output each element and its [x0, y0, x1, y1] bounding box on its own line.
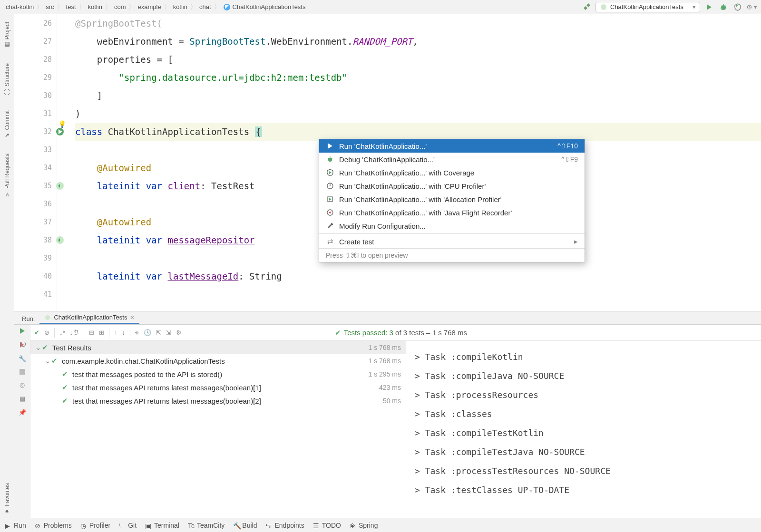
toggle-auto-button[interactable]: 🔧 — [19, 355, 26, 362]
code-line-current: class ChatKotlinApplicationTests { — [75, 123, 761, 141]
navigate-button[interactable]: ⎆ — [135, 329, 139, 336]
profiler-button[interactable] — [747, 2, 757, 12]
stop-button[interactable] — [20, 369, 25, 375]
close-icon[interactable]: ✕ — [130, 314, 135, 321]
import-button[interactable]: ⇱ — [156, 329, 161, 336]
ctx-jfr[interactable]: Run 'ChatKotlinApplicatio...' with 'Java… — [319, 206, 585, 219]
tool-todo[interactable]: ☰TODO — [313, 522, 341, 529]
tool-run[interactable]: ▶Run — [5, 522, 26, 529]
chevron-right-icon: 〉 — [36, 3, 44, 11]
tool-profiler[interactable]: ◷Profiler — [80, 522, 110, 529]
prev-button[interactable]: ↑ — [114, 329, 117, 336]
debug-button[interactable] — [718, 2, 729, 12]
export-button[interactable]: ⇲ — [166, 329, 171, 336]
ctx-hint: Press ⇧⌘I to open preview — [319, 248, 585, 262]
check-icon: ✔ — [335, 329, 341, 337]
chevron-right-icon: 〉 — [78, 3, 86, 11]
tree-time: 423 ms — [379, 384, 401, 391]
play-icon: ▶ — [5, 522, 11, 529]
run-configuration-selector[interactable]: ChatKotlinApplicationTests ▾ — [595, 2, 700, 12]
tool-build[interactable]: 🔨Build — [233, 522, 257, 529]
chevron-right-icon: 〉 — [56, 3, 64, 11]
tool-endpoints[interactable]: ⇆Endpoints — [265, 522, 304, 529]
code-line: lateinit var lastMessageId: String — [75, 267, 761, 285]
tool-project[interactable]: ▦Project — [4, 19, 10, 51]
breadcrumb-item[interactable]: chat-kotlin — [4, 3, 36, 10]
todo-icon: ☰ — [313, 522, 320, 529]
console-line: > Task :compileTestKotlin — [415, 424, 752, 443]
ctx-coverage[interactable]: Run 'ChatKotlinApplicatio...' with Cover… — [319, 166, 585, 179]
code-line: properties = [ — [75, 50, 761, 68]
layout-button[interactable]: ▤ — [20, 395, 25, 402]
tool-teamcity[interactable]: TcTeamCity — [188, 522, 224, 529]
ctx-label: Modify Run Configuration... — [339, 222, 426, 230]
test-tree[interactable]: ⌄ ✔ Test Results 1 s 768 ms ⌄ ✔ com.exam… — [30, 341, 406, 518]
tool-git[interactable]: ⑂Git — [119, 522, 137, 529]
ctx-modify-config[interactable]: Modify Run Configuration... — [319, 219, 585, 232]
breadcrumb-item[interactable]: chat — [197, 3, 213, 10]
ctx-debug[interactable]: Debug 'ChatKotlinApplicatio...' ^⇧F9 — [319, 153, 585, 166]
warning-icon: ⊘ — [35, 522, 41, 529]
jfr-icon — [326, 208, 334, 217]
rerun-failed-button[interactable] — [19, 341, 26, 348]
run-button[interactable] — [704, 2, 714, 12]
tool-structure[interactable]: ⛶Structure — [4, 60, 10, 98]
tree-test[interactable]: ✔ test that messages posted to the API i… — [30, 368, 406, 381]
show-ignored-button[interactable]: ⊘ — [44, 329, 49, 336]
tool-spring[interactable]: ❀Spring — [350, 522, 378, 529]
project-icon: ▦ — [4, 41, 10, 48]
breadcrumb-item[interactable]: src — [44, 3, 56, 10]
settings-button[interactable]: ⚙ — [176, 329, 182, 336]
gutter-related-icon[interactable] — [56, 182, 64, 190]
chevron-down-icon[interactable]: ⌄ — [45, 357, 51, 365]
history-button[interactable]: 🕓 — [144, 329, 151, 336]
breadcrumb-item[interactable]: test — [64, 3, 78, 10]
breadcrumb-item[interactable]: com — [112, 3, 128, 10]
breadcrumb-item[interactable]: kotlin — [171, 3, 189, 10]
tree-time: 1 s 768 ms — [369, 344, 401, 351]
meter-icon — [326, 182, 334, 190]
show-passed-button[interactable]: ✔ — [34, 329, 39, 336]
tree-label: test that messages posted to the API is … — [72, 370, 222, 378]
ctx-run[interactable]: Run 'ChatKotlinApplicatio...' ^⇧F10 — [319, 139, 585, 153]
chevron-down-icon[interactable]: ⌄ — [35, 343, 42, 352]
run-gutter-icon[interactable] — [56, 127, 64, 136]
tree-root[interactable]: ⌄ ✔ Test Results 1 s 768 ms — [30, 341, 406, 354]
test-status: ✔ Tests passed: 3 of 3 tests – 1 s 768 m… — [335, 329, 467, 337]
build-button[interactable] — [581, 2, 592, 12]
tree-test[interactable]: ✔ test that messages API returns latest … — [30, 381, 406, 394]
ctx-label: Run 'ChatKotlinApplicatio...' with 'Allo… — [339, 195, 502, 203]
coverage-button[interactable] — [732, 2, 743, 12]
ctx-alloc-profiler[interactable]: Run 'ChatKotlinApplicatio...' with 'Allo… — [319, 193, 585, 206]
code-line: @SpringBootTest( — [75, 14, 761, 32]
console-output[interactable]: > Task :compileKotlin > Task :compileJav… — [406, 341, 761, 518]
bottom-tool-bar: ▶Run ⊘Problems ◷Profiler ⑂Git ▣Terminal … — [0, 518, 761, 532]
tree-test[interactable]: ✔ test that messages API returns latest … — [30, 394, 406, 407]
ctx-cpu-profiler[interactable]: Run 'ChatKotlinApplicatio...' with 'CPU … — [319, 179, 585, 193]
ctx-create-test[interactable]: ⇄ Create test ▸ — [319, 235, 585, 248]
sort-duration-button[interactable]: ↓⏱ — [70, 329, 79, 336]
tool-problems[interactable]: ⊘Problems — [35, 522, 72, 529]
breadcrumb-item[interactable]: example — [136, 3, 163, 10]
tool-pull-requests[interactable]: ⑂Pull Requests — [4, 151, 10, 200]
next-button[interactable]: ↓ — [122, 329, 126, 336]
show-button[interactable]: ◎ — [20, 381, 25, 388]
rerun-button[interactable] — [19, 328, 26, 334]
tree-class[interactable]: ⌄ ✔ com.example.kotlin.chat.ChatKotlinAp… — [30, 354, 406, 368]
tool-favorites[interactable]: ★Favorites — [4, 480, 10, 518]
breadcrumb-item[interactable]: kotlin — [86, 3, 104, 10]
tool-commit[interactable]: ✔Commit — [4, 107, 10, 141]
console-line: > Task :processTestResources NO-SOURCE — [415, 462, 752, 481]
sort-button[interactable]: ↓ᵃ — [59, 329, 65, 336]
expand-button[interactable]: ⊟ — [89, 329, 94, 336]
breadcrumb-item[interactable]: ChatKotlinApplicationTests — [221, 3, 308, 11]
gutter-related-icon[interactable] — [56, 236, 64, 244]
run-tab[interactable]: ChatKotlinApplicationTests ✕ — [39, 312, 139, 324]
chevron-right-icon: 〉 — [163, 3, 171, 11]
tree-label: Test Results — [52, 344, 91, 352]
pin-button[interactable]: 📌 — [19, 409, 26, 416]
collapse-button[interactable]: ⊞ — [99, 329, 104, 336]
tool-terminal[interactable]: ▣Terminal — [145, 522, 179, 529]
console-line: > Task :compileTestJava NO-SOURCE — [415, 443, 752, 462]
ctx-label: Debug 'ChatKotlinApplicatio...' — [339, 155, 435, 164]
